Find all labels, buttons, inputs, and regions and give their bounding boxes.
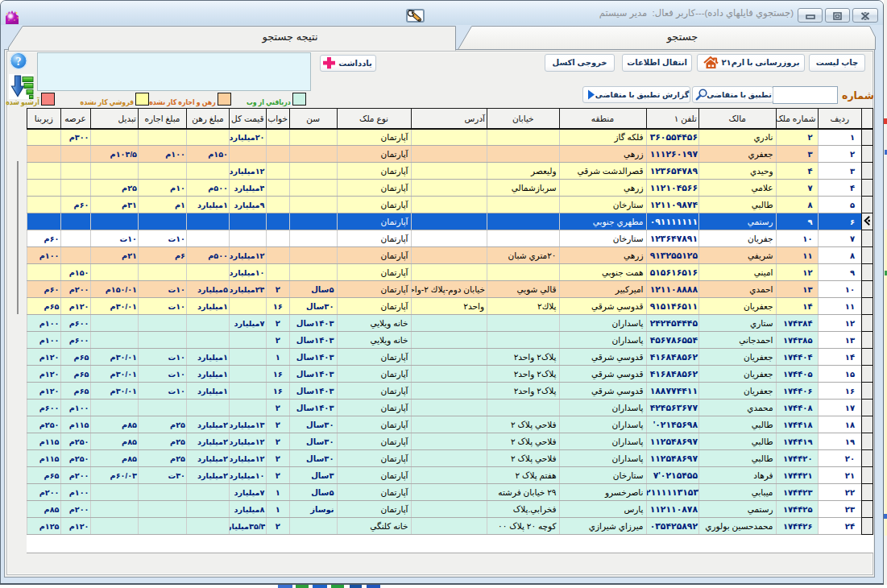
svg-text:?: ? bbox=[16, 56, 22, 68]
